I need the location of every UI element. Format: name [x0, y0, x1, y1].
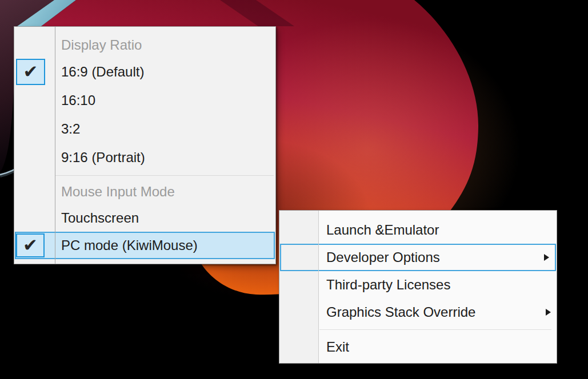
submenu-arrow-icon	[544, 254, 549, 261]
menu-item-label: Developer Options	[326, 249, 440, 265]
checkmark-icon: ✔	[23, 63, 38, 80]
menu-item-label: Graphics Stack Override	[326, 304, 475, 320]
checked-indicator: ✔	[16, 59, 45, 85]
menu-item-16-9-default[interactable]: ✔ 16:9 (Default)	[14, 58, 275, 86]
desktop-screen: Display Ratio ✔ 16:9 (Default) 16:10 3:2…	[0, 0, 588, 379]
menu-item-launch-emulator[interactable]: Launch &Emulator	[279, 216, 557, 244]
menu-item-developer-options[interactable]: Developer Options	[280, 244, 556, 271]
menu-separator	[319, 329, 551, 330]
menu-item-label: Third-party Licenses	[326, 277, 450, 293]
menu-item-16-10[interactable]: 16:10	[14, 86, 275, 115]
menu-item-3-2[interactable]: 3:2	[14, 115, 275, 143]
menu-item-9-16-portrait[interactable]: 9:16 (Portrait)	[14, 143, 275, 172]
menu-item-label: 16:9 (Default)	[61, 64, 144, 80]
menu-item-label: Touchscreen	[61, 210, 139, 226]
menu-item-graphics-stack-override[interactable]: Graphics Stack Override	[279, 299, 557, 326]
menu-item-label: Exit	[326, 339, 349, 355]
menu-item-pc-mode-kiwimouse[interactable]: ✔ PC mode (KiwiMouse)	[15, 232, 275, 259]
menu-header-mouse-input-mode: Mouse Input Mode	[14, 179, 275, 204]
menu-item-label: 3:2	[61, 121, 80, 137]
submenu-arrow-icon	[546, 309, 551, 316]
menu-item-label: PC mode (KiwiMouse)	[61, 237, 198, 253]
emulator-context-menu: Launch &Emulator Developer Options Third…	[279, 210, 557, 364]
menu-item-third-party-licenses[interactable]: Third-party Licenses	[279, 271, 557, 299]
menu-item-label: Launch &Emulator	[326, 222, 439, 238]
menu-header-label: Display Ratio	[61, 37, 142, 53]
menu-header-display-ratio: Display Ratio	[14, 33, 275, 58]
checkmark-icon: ✔	[23, 236, 38, 254]
checked-indicator: ✔	[16, 233, 45, 257]
menu-header-label: Mouse Input Mode	[61, 184, 175, 200]
menu-separator	[55, 175, 274, 176]
display-mouse-submenu: Display Ratio ✔ 16:9 (Default) 16:10 3:2…	[14, 26, 276, 264]
menu-item-label: 16:10	[61, 92, 95, 108]
menu-item-touchscreen[interactable]: Touchscreen	[14, 204, 275, 232]
menu-item-exit[interactable]: Exit	[279, 333, 557, 361]
menu-item-label: 9:16 (Portrait)	[61, 150, 145, 166]
